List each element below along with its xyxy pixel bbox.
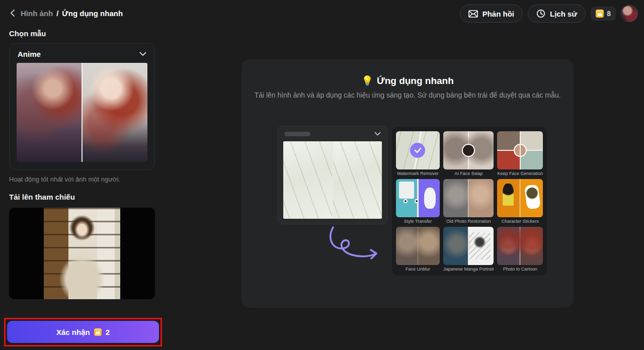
effect-thumb-keep-face-generation <box>497 131 543 169</box>
template-preview-before <box>17 63 82 162</box>
panel-title-text: Ứng dụng nhanh <box>377 75 454 86</box>
effect-thumb-old-photo-restoration <box>443 179 494 217</box>
mail-icon <box>468 10 478 18</box>
face-inset-icon <box>514 144 527 157</box>
history-label: Lịch sử <box>550 10 577 18</box>
confirm-cost: 2 <box>106 328 110 336</box>
template-dropdown[interactable]: Anime <box>10 44 154 63</box>
chevron-left-icon <box>10 9 15 17</box>
effect-cell-old-photo-restoration: Old Photo Restoration <box>443 179 494 225</box>
breadcrumb-parent[interactable]: Hình ảnh <box>21 9 53 18</box>
curly-arrow-icon <box>326 225 384 268</box>
chevron-down-icon <box>374 132 381 136</box>
skeleton-placeholder <box>284 132 310 136</box>
panel-subtitle: Tải lên hình ảnh và áp dụng các hiệu ứng… <box>242 91 574 99</box>
effect-label: Character Stickers <box>497 217 543 225</box>
history-icon <box>536 9 545 18</box>
effect-cell-photo-to-cartoon: Photo to Cartoon <box>497 227 543 273</box>
page-title: Ứng dụng nhanh <box>62 9 123 18</box>
confirm-button[interactable]: Xác nhận 2 <box>7 321 159 343</box>
flower-image-after <box>333 141 382 219</box>
illustration-upload-card <box>278 126 387 224</box>
template-hint: Hoạt động tốt nhất với ảnh một người. <box>9 176 120 183</box>
effect-cell-japanese-manga-portrait: Japanese Manga Portrait <box>443 227 494 273</box>
confirm-label: Xác nhận <box>56 328 90 336</box>
flower-image-before <box>283 141 332 219</box>
effect-thumb-japanese-manga-portrait <box>443 227 494 265</box>
lightbulb-emoji-icon: 💡 <box>361 75 373 86</box>
effect-cell-keep-face-generation: Keep Face Generation <box>497 131 543 178</box>
effect-thumb-style-transfer <box>396 179 440 217</box>
face-inset-icon <box>462 144 475 157</box>
breadcrumb-separator: / <box>56 9 58 18</box>
feedback-label: Phản hồi <box>482 10 514 18</box>
effect-cell-ai-face-swap: AI Face Swap <box>443 131 494 178</box>
effect-cell-style-transfer: Style Transfer <box>396 179 440 225</box>
avatar[interactable] <box>621 5 638 22</box>
template-preview-after <box>82 63 147 162</box>
illustration-dropdown-bar <box>278 126 387 141</box>
effect-label: Watermark Remover <box>396 169 440 178</box>
effect-thumb-watermark-remover <box>396 131 440 169</box>
template-card: Anime <box>9 43 155 170</box>
credits-badge[interactable]: 8 <box>591 7 616 21</box>
template-dropdown-value: Anime <box>18 50 41 58</box>
templates-section-title: Chọn mẫu <box>9 29 46 38</box>
effect-label: Photo to Cartoon <box>497 265 543 273</box>
quick-apply-page: { "header": { "breadcrumb": { "parent": … <box>0 0 644 350</box>
effect-label: Old Photo Restoration <box>443 217 494 225</box>
effect-thumb-photo-to-cartoon <box>497 227 543 265</box>
credits-icon <box>596 10 604 18</box>
selected-check-icon <box>410 143 425 158</box>
back-button[interactable] <box>7 8 17 19</box>
node-dot-icon <box>415 199 419 203</box>
effects-grid: Watermark Remover AI Face Swap Keep Face… <box>396 131 543 273</box>
panel-title: 💡 Ứng dụng nhanh <box>242 75 574 86</box>
node-dot-icon <box>404 199 408 203</box>
feedback-button[interactable]: Phản hồi <box>460 5 523 23</box>
history-button[interactable]: Lịch sử <box>528 5 586 23</box>
reference-upload-box[interactable] <box>9 208 155 299</box>
template-preview-image <box>17 63 147 162</box>
effect-label: Style Transfer <box>396 217 440 225</box>
credits-count: 8 <box>607 10 611 18</box>
effect-label: AI Face Swap <box>443 169 494 178</box>
effect-cell-watermark-remover: Watermark Remover <box>396 131 440 178</box>
breadcrumb: Hình ảnh / Ứng dụng nhanh <box>7 8 123 19</box>
effects-grid-card: Watermark Remover AI Face Swap Keep Face… <box>392 127 547 276</box>
effect-thumb-character-stickers <box>497 179 543 217</box>
effect-label: Face Unblur <box>396 265 440 273</box>
illustration-before-after <box>283 141 382 219</box>
effect-thumb-face-unblur <box>396 227 440 265</box>
effect-cell-character-stickers: Character Stickers <box>497 179 543 225</box>
effect-cell-face-unblur: Face Unblur <box>396 227 440 273</box>
upload-section-title: Tải lên tham chiếu <box>9 193 75 201</box>
main-panel: 💡 Ứng dụng nhanh Tải lên hình ảnh và áp … <box>242 59 574 308</box>
credits-icon <box>94 328 102 336</box>
reference-image <box>44 208 120 299</box>
effect-label: Keep Face Generation <box>497 169 543 178</box>
header-actions: Phản hồi Lịch sử 8 <box>460 5 638 23</box>
chevron-down-icon <box>139 52 146 56</box>
effect-label: Japanese Manga Portrait <box>443 265 494 273</box>
effect-thumb-ai-face-swap <box>443 131 494 169</box>
